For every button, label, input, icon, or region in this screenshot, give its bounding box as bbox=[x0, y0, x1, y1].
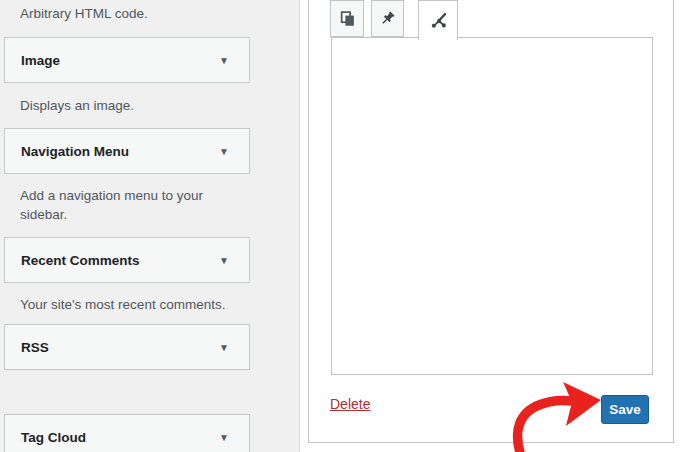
taxonomy-settings-panel bbox=[331, 37, 653, 375]
widget-card-navigation-menu[interactable]: Navigation Menu ▼ bbox=[4, 128, 250, 174]
widget-description-recent-comments: Your site's most recent comments. bbox=[20, 295, 225, 314]
chevron-down-icon: ▼ bbox=[219, 342, 229, 353]
save-button[interactable]: Save bbox=[601, 395, 649, 424]
tab-taxonomies-active[interactable] bbox=[418, 0, 458, 40]
delete-link[interactable]: Delete bbox=[330, 396, 370, 412]
widget-card-image[interactable]: Image ▼ bbox=[4, 37, 250, 83]
tab-pages[interactable] bbox=[330, 0, 364, 37]
chevron-down-icon: ▼ bbox=[219, 255, 229, 266]
taxonomy-branch-icon bbox=[430, 12, 447, 29]
chevron-down-icon: ▼ bbox=[219, 146, 229, 157]
widget-card-tag-cloud[interactable]: Tag Cloud ▼ bbox=[4, 414, 250, 452]
widget-description-navigation-menu: Add a navigation menu to your sidebar. bbox=[20, 186, 225, 224]
widget-description-image: Displays an image. bbox=[20, 96, 134, 115]
widget-card-label: Image bbox=[21, 53, 60, 68]
widget-description-html: Arbitrary HTML code. bbox=[20, 6, 148, 21]
chevron-down-icon: ▼ bbox=[219, 432, 229, 443]
widget-card-label: Recent Comments bbox=[21, 253, 140, 268]
widget-card-recent-comments[interactable]: Recent Comments ▼ bbox=[4, 237, 250, 283]
copy-pages-icon bbox=[339, 10, 356, 27]
available-widgets-sidebar: Arbitrary HTML code. Image ▼ Displays an… bbox=[0, 0, 300, 452]
chevron-down-icon: ▼ bbox=[219, 55, 229, 66]
widget-card-label: RSS bbox=[21, 340, 49, 355]
widget-card-rss[interactable]: RSS ▼ bbox=[4, 324, 250, 370]
tab-post-types[interactable] bbox=[371, 0, 404, 37]
widget-card-label: Tag Cloud bbox=[21, 430, 86, 445]
widget-card-label: Navigation Menu bbox=[21, 144, 129, 159]
pin-icon bbox=[379, 10, 396, 27]
